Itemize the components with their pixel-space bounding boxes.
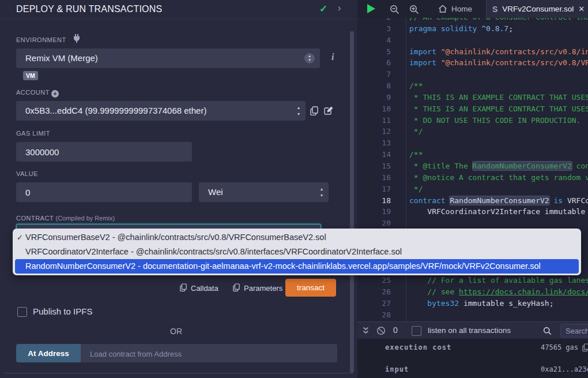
edit-account-icon[interactable] <box>324 106 334 115</box>
code-line[interactable]: 25 // For a list of available gas lanes … <box>357 275 588 286</box>
run-script-icon[interactable] <box>367 4 375 13</box>
account-value: 0x5B3...eddC4 (99.99999999997374068 ethe… <box>25 101 288 121</box>
code-line[interactable]: 28 <box>357 309 588 321</box>
collapse-chevron-icon[interactable]: › <box>338 3 341 13</box>
environment-arrows-icon: ▲▼ <box>304 53 315 63</box>
line-number: 16 <box>357 172 391 184</box>
code-line[interactable]: 4 <box>357 35 588 46</box>
environment-select[interactable]: Remix VM (Merge) ▲▼ <box>16 48 320 68</box>
at-address-input[interactable] <box>81 344 337 362</box>
transact-button[interactable]: transact <box>285 279 336 297</box>
vm-badge: VM <box>23 71 38 80</box>
copy-account-icon[interactable] <box>310 106 318 115</box>
line-number: 27 <box>357 298 391 309</box>
contract-sublabel: (Compiled by Remix) <box>55 215 115 222</box>
copy-calldata-icon[interactable] <box>180 283 187 291</box>
zoom-out-icon[interactable] <box>390 5 399 14</box>
active-tab-label: VRFv2Consumer.sol <box>502 5 574 13</box>
home-tab-label: Home <box>451 5 472 13</box>
plug-icon <box>73 34 81 43</box>
terminal-toolbar: 0 listen on all transactions <box>357 321 588 339</box>
code-line[interactable]: 27 bytes32 immutable s_keyHash; <box>357 298 588 309</box>
unit-arrows-icon: ▴▾ <box>321 186 323 199</box>
panel-title: DEPLOY & RUN TRANSACTIONS <box>16 4 162 14</box>
clear-console-icon[interactable] <box>376 326 386 335</box>
publish-ipfs-label: Publish to IPFS <box>33 306 92 316</box>
calldata-label: Calldata <box>191 284 218 293</box>
line-number: 6 <box>357 57 391 69</box>
code-line[interactable]: 3pragma solidity ^0.8.7; <box>357 23 588 35</box>
line-number: 19 <box>357 206 391 218</box>
listen-all-checkbox[interactable] <box>412 326 421 336</box>
transaction-count-badge: 0 <box>393 325 398 335</box>
deploy-run-panel: DEPLOY & RUN TRANSACTIONS ✓ › ENVIRONMEN… <box>0 0 357 378</box>
code-line[interactable]: 12 */ <box>357 126 588 137</box>
contract-label: CONTRACT (Compiled by Remix) <box>16 215 115 222</box>
code-line[interactable]: 15 * @title The RandomNumberConsumerV2 c… <box>357 160 588 172</box>
terminal-row: execution cost47565 gas <box>385 343 588 351</box>
contract-option[interactable]: VRFCoordinatorV2Interface - @chainlink/c… <box>13 245 581 259</box>
publish-ipfs-checkbox[interactable] <box>17 307 27 317</box>
code-editor[interactable]: 2// An example of a consumer contract th… <box>357 18 588 321</box>
terminal-value: 0xa21...a23e4 <box>541 365 588 373</box>
listen-all-label: listen on all transactions <box>428 326 511 335</box>
add-account-icon[interactable]: + <box>51 88 59 98</box>
code-line[interactable]: 8/** <box>357 80 588 92</box>
code-line[interactable]: 5import "@chainlink/contracts/src/v0.8/i… <box>357 46 588 58</box>
code-line[interactable]: 19 VRFCoordinatorV2Interface immutable C… <box>357 206 588 218</box>
code-line[interactable]: 18contract RandomNumberConsumerV2 is VRF… <box>357 195 588 207</box>
code-line[interactable]: 2// An example of a consumer contract th… <box>357 18 588 23</box>
line-number: 20 <box>357 218 391 229</box>
terminal-key: input <box>385 365 409 373</box>
info-icon[interactable]: i <box>331 52 334 62</box>
line-number: 7 <box>357 69 391 80</box>
home-icon <box>438 5 447 13</box>
code-line[interactable]: 13 <box>357 137 588 149</box>
line-number: 10 <box>357 103 391 115</box>
expand-terminal-icon[interactable] <box>362 327 370 335</box>
copy-parameters-icon[interactable] <box>233 283 240 291</box>
close-tab-icon[interactable]: ✕ <box>578 5 585 13</box>
code-line[interactable]: 20 <box>357 218 588 229</box>
check-icon: ✓ <box>319 3 327 15</box>
gas-limit-label: GAS LIMIT <box>16 130 50 137</box>
zoom-in-icon[interactable] <box>409 5 419 14</box>
line-number: 13 <box>357 137 391 149</box>
line-number: 2 <box>357 18 391 23</box>
divider <box>5 373 353 373</box>
copy-value-icon[interactable] <box>582 343 588 351</box>
value-unit-select[interactable]: Wei ▴▾ <box>199 182 329 202</box>
code-line[interactable]: 16 * @notice A contract that gets random… <box>357 172 588 184</box>
code-line[interactable]: 11 * DO NOT USE THIS CODE IN PRODUCTION. <box>357 115 588 126</box>
code-line[interactable]: 7 <box>357 69 588 80</box>
value-input[interactable] <box>16 182 192 202</box>
terminal-key: execution cost <box>385 343 451 351</box>
environment-value: Remix VM (Merge) <box>25 48 98 68</box>
at-address-button[interactable]: At Address <box>16 344 81 362</box>
code-line[interactable]: 14/** <box>357 149 588 160</box>
parameters-label: Parameters <box>244 284 282 293</box>
contract-dropdown: ✓VRFConsumerBaseV2 - @chainlink/contract… <box>13 229 581 275</box>
contract-option[interactable]: RandomNumberConsumerV2 - documentation-g… <box>15 259 579 274</box>
line-number: 4 <box>357 35 391 46</box>
line-number: 18 <box>357 195 391 207</box>
account-label: ACCOUNT <box>16 89 50 96</box>
terminal-search-input[interactable] <box>560 324 588 338</box>
editor-panel: Home S VRFv2Consumer.sol ✕ 2// An exampl… <box>357 0 588 378</box>
code-line[interactable]: 10 * THIS IS AN EXAMPLE CONTRACT THAT US… <box>357 103 588 115</box>
contract-option[interactable]: ✓VRFConsumerBaseV2 - @chainlink/contract… <box>13 230 581 245</box>
gas-limit-input[interactable] <box>16 142 192 162</box>
tab-home[interactable]: Home <box>438 0 472 18</box>
line-number: 9 <box>357 92 391 103</box>
tab-active-file[interactable]: S VRFv2Consumer.sol ✕ <box>486 0 588 18</box>
panel-scrollbar[interactable] <box>350 31 354 373</box>
code-line[interactable]: 17 */ <box>357 184 588 195</box>
account-select[interactable]: 0x5B3...eddC4 (99.99999999997374068 ethe… <box>16 101 306 121</box>
code-line[interactable]: 6import "@chainlink/contracts/src/v0.8/V… <box>357 57 588 69</box>
code-line[interactable]: 26 // see https://docs.chain.link/docs/v… <box>357 286 588 298</box>
remix-ide-window: DEPLOY & RUN TRANSACTIONS ✓ › ENVIRONMEN… <box>0 0 588 378</box>
line-number: 11 <box>357 115 391 126</box>
code-line[interactable]: 9 * THIS IS AN EXAMPLE CONTRACT THAT USE… <box>357 92 588 103</box>
terminal-output[interactable]: execution cost47565 gasinput0xa21...a23e… <box>357 339 588 378</box>
value-label: VALUE <box>16 170 38 177</box>
